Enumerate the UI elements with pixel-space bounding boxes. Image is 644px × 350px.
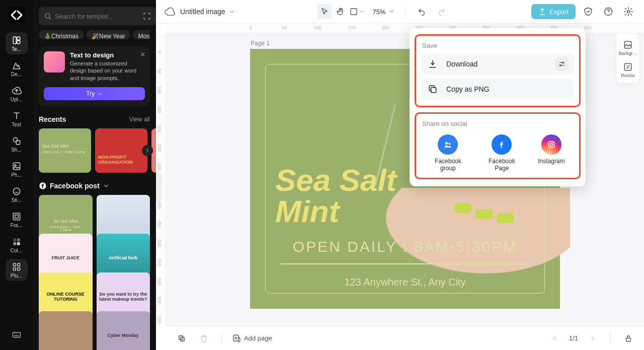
facebook-icon (497, 139, 507, 150)
export-popover: Save Download Copy as PNG Share on socia… (410, 28, 586, 186)
close-icon[interactable]: ✕ (140, 50, 146, 58)
svg-rect-11 (13, 213, 20, 220)
svg-rect-17 (13, 263, 16, 266)
download-settings-button[interactable] (555, 57, 569, 71)
poster-title: Sea SaltMint (275, 165, 396, 227)
facebook-group-icon (443, 139, 453, 150)
cloud-status-icon[interactable] (164, 6, 175, 17)
frame-scan-icon[interactable] (142, 12, 151, 21)
template-search[interactable] (39, 7, 156, 25)
panel-collapse-handle[interactable] (156, 172, 162, 202)
svg-point-22 (45, 14, 50, 18)
layers-button[interactable] (174, 331, 189, 346)
share-section-label: Share on social (422, 120, 573, 127)
recents-viewall[interactable]: View all (129, 116, 150, 123)
settings-button[interactable] (621, 4, 636, 19)
help-button[interactable] (601, 4, 616, 19)
copy-png-option[interactable]: Copy as PNG (421, 79, 574, 100)
chevron-down-icon (228, 8, 235, 15)
svg-rect-18 (17, 263, 20, 266)
svg-rect-21 (13, 332, 20, 337)
rail-frames[interactable]: Fra... (6, 208, 28, 231)
share-instagram[interactable]: Instagram (538, 134, 565, 172)
document-title[interactable]: Untitled image (180, 8, 235, 16)
rail-text[interactable]: Text (6, 108, 28, 130)
t2d-thumb (44, 51, 65, 73)
rail-photos[interactable]: Ph... (6, 158, 28, 180)
page-label: Page 1 (251, 40, 270, 47)
recents-next-button[interactable] (142, 145, 153, 156)
svg-point-40 (553, 142, 554, 143)
share-facebook-group[interactable]: Facebook group (430, 134, 465, 172)
shield-button[interactable] (581, 4, 596, 19)
poster-address: 123 Anywhere St., Any City (275, 276, 535, 288)
gear-icon (623, 7, 633, 17)
rail-stickers[interactable]: Sti... (6, 183, 28, 205)
recents-row: Sea Salt MintOPEN DAILY : 8AM-5:30PM NON… (39, 128, 150, 173)
chip-1[interactable]: 🎉New Year (87, 30, 130, 39)
export-button[interactable]: Export (531, 4, 576, 19)
text-to-design-card: ✕ Text to design Generate a customized d… (39, 46, 150, 107)
chevron-right-icon (144, 148, 150, 154)
svg-point-39 (550, 143, 552, 146)
background-button[interactable]: Backgr… (617, 37, 639, 58)
rail-shapes[interactable]: Sh... (6, 133, 28, 155)
svg-rect-20 (17, 267, 20, 270)
export-share-section: Share on social Facebook group Facebook … (415, 112, 581, 179)
rail-colors[interactable]: Col... (6, 234, 28, 256)
keyboard-shortcuts-button[interactable] (9, 327, 25, 343)
chip-2[interactable]: Most (133, 30, 150, 39)
lock-button[interactable] (621, 331, 636, 346)
shapes-icon (12, 136, 22, 146)
sliders-icon (558, 60, 566, 68)
download-option[interactable]: Download (421, 53, 574, 75)
export-save-section: Save Download Copy as PNG (415, 34, 581, 107)
cursor-tool[interactable] (317, 4, 332, 19)
hand-icon (336, 7, 345, 16)
right-side-panel: Backgr… Resize (616, 33, 640, 84)
zoom-control[interactable]: 75% (369, 8, 397, 16)
app-logo[interactable] (9, 7, 25, 23)
redo-icon (437, 7, 446, 16)
resize-button[interactable]: Resize (617, 59, 639, 80)
undo-button[interactable] (414, 4, 429, 19)
next-page-button (585, 331, 600, 346)
add-page-button[interactable]: Add page (232, 334, 272, 343)
svg-rect-28 (181, 337, 185, 341)
template-thumb-cyber-monday[interactable]: Cyber Monday (97, 311, 150, 350)
recent-thumb-non-profit[interactable]: NON-PROFITORGANIZATION (95, 128, 147, 173)
recent-thumb-sea-salt-mint[interactable]: Sea Salt MintOPEN DAILY : 8AM-5:30PM (39, 128, 91, 173)
svg-rect-35 (431, 88, 436, 93)
download-icon (428, 59, 438, 69)
bottom-bar: Add page 1/1 (166, 326, 644, 350)
search-icon (44, 12, 52, 20)
collection-heading[interactable]: Facebook post (39, 182, 150, 190)
try-button[interactable]: Try → (44, 87, 145, 100)
upload-icon (12, 86, 22, 96)
rail-plugins[interactable]: Plu... (6, 259, 28, 281)
svg-rect-6 (13, 163, 20, 169)
rail-templates[interactable]: Te... (6, 32, 28, 54)
svg-rect-16 (17, 242, 20, 245)
cursor-icon (320, 7, 329, 16)
hand-tool[interactable] (333, 4, 348, 19)
delete-page-button (196, 331, 211, 346)
svg-rect-30 (626, 338, 631, 341)
share-facebook-page[interactable]: Facebook Page (484, 134, 519, 172)
svg-rect-31 (624, 41, 631, 48)
chip-0[interactable]: 🎄Christmas (39, 30, 84, 39)
search-input[interactable] (55, 13, 139, 20)
svg-rect-24 (351, 9, 357, 15)
help-icon (603, 7, 613, 17)
prev-page-button (547, 331, 562, 346)
svg-rect-2 (17, 37, 20, 40)
rail-design[interactable]: De... (6, 57, 28, 80)
rail-upload[interactable]: Upl... (6, 83, 28, 105)
plugins-icon (12, 262, 22, 272)
colors-icon (12, 237, 22, 247)
crop-tool[interactable] (349, 4, 364, 19)
chevron-left-icon (550, 334, 558, 342)
template-thumb-senior-manager[interactable] (39, 311, 93, 350)
chevron-down-icon (103, 182, 110, 189)
trash-icon (199, 334, 208, 343)
